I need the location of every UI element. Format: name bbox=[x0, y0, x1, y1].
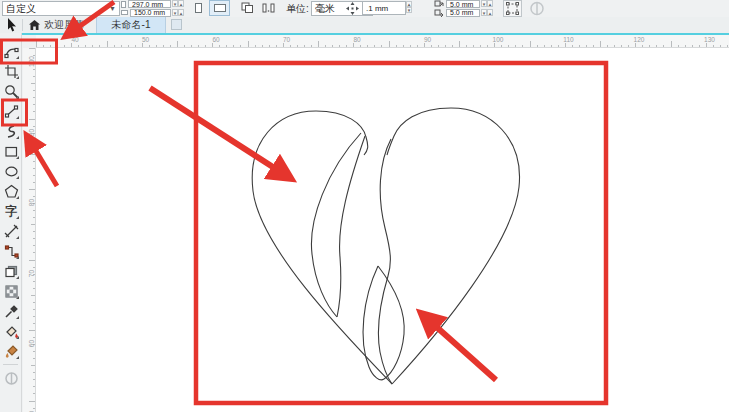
app-window: 自定义 ▼ 297.0 mm 150.0 mm ▾▴ ▾▴ bbox=[0, 0, 729, 412]
flyout-corner-icon bbox=[16, 353, 19, 359]
page-height-field[interactable]: 150.0 mm bbox=[130, 9, 171, 17]
flyout-corner-icon bbox=[16, 313, 19, 319]
duplicate-y-spinner[interactable]: ▾▴ bbox=[481, 9, 494, 17]
flyout-corner-icon bbox=[16, 253, 19, 259]
duplicate-y-icon bbox=[434, 9, 444, 17]
landscape-mini-icon bbox=[121, 10, 128, 15]
rectangle-tool[interactable] bbox=[2, 142, 20, 160]
tab-document-label: 未命名-1 bbox=[112, 18, 151, 32]
canvas[interactable] bbox=[36, 48, 729, 412]
page-preset-value: 自定义 bbox=[6, 2, 36, 16]
flyout-corner-icon bbox=[16, 133, 19, 139]
outline-tool-icon bbox=[4, 371, 19, 386]
toolbox: 字 bbox=[0, 33, 22, 412]
nudge-offset-icon bbox=[346, 2, 359, 15]
duplicate-x-field[interactable]: 5.0 mm bbox=[446, 0, 480, 8]
zoom-tool[interactable] bbox=[2, 82, 20, 100]
duplicate-y-field[interactable]: 5.0 mm bbox=[446, 9, 480, 17]
ellipse-tool[interactable] bbox=[2, 162, 20, 180]
flyout-corner-icon bbox=[16, 233, 19, 239]
duplicate-x-spinner[interactable]: ▾▴ bbox=[481, 0, 494, 8]
drop-shadow-tool[interactable] bbox=[2, 262, 20, 280]
portrait-button[interactable] bbox=[190, 0, 206, 16]
treat-as-filled-icon bbox=[506, 2, 519, 15]
tab-document[interactable]: 未命名-1 bbox=[96, 17, 166, 33]
flyout-corner-icon bbox=[16, 293, 19, 299]
page-preset-select[interactable]: 自定义 ▼ bbox=[2, 1, 120, 16]
smart-fill-tool[interactable] bbox=[2, 322, 20, 340]
flyout-corner-icon bbox=[16, 73, 19, 79]
nudge-spinner[interactable]: ▴▾ bbox=[406, 1, 412, 13]
flyout-corner-icon bbox=[16, 213, 19, 219]
page-width-field[interactable]: 297.0 mm bbox=[128, 0, 171, 8]
crop-tool[interactable] bbox=[2, 62, 20, 80]
disabled-outline-icon bbox=[529, 1, 545, 16]
flyout-corner-icon bbox=[16, 173, 19, 179]
horizontal-ruler: 405060708090100110120130 bbox=[36, 35, 729, 48]
landscape-icon bbox=[214, 4, 226, 12]
flyout-corner-icon bbox=[16, 53, 19, 59]
artistic-media-tool[interactable] bbox=[2, 122, 20, 140]
flyout-corner-icon bbox=[16, 193, 19, 199]
connector-tool[interactable] bbox=[2, 242, 20, 260]
shape-tool[interactable] bbox=[2, 42, 20, 60]
current-page-icon bbox=[262, 2, 275, 14]
flyout-corner-icon bbox=[16, 93, 19, 99]
landscape-button[interactable] bbox=[209, 0, 230, 16]
dimension-tool[interactable] bbox=[2, 222, 20, 240]
page-size-group: 297.0 mm 150.0 mm ▾▴ ▾▴ bbox=[121, 0, 185, 17]
portrait-mini-icon bbox=[121, 1, 126, 8]
units-label: 单位: bbox=[286, 0, 309, 17]
nudge-distance-field[interactable]: .1 mm bbox=[362, 1, 406, 15]
polygon-tool[interactable] bbox=[2, 182, 20, 200]
tab-bar-divider bbox=[22, 19, 23, 31]
chevron-down-icon: ▼ bbox=[109, 5, 116, 12]
tab-welcome-screen[interactable]: 欢迎屏幕 bbox=[44, 17, 84, 33]
pick-tool-icon[interactable] bbox=[6, 18, 18, 32]
document-tab-bar: 欢迎屏幕 未命名-1 bbox=[0, 17, 729, 33]
flyout-corner-icon bbox=[16, 273, 19, 279]
property-bar: 自定义 ▼ 297.0 mm 150.0 mm ▾▴ ▾▴ bbox=[0, 0, 729, 17]
flyout-corner-icon bbox=[16, 333, 19, 339]
current-page-button[interactable] bbox=[259, 0, 277, 16]
units-value: 毫米 bbox=[315, 2, 335, 16]
treat-as-filled-button[interactable] bbox=[503, 0, 522, 17]
text-tool[interactable]: 字 bbox=[2, 202, 20, 220]
vertical-ruler: 1009080706050 bbox=[23, 48, 36, 412]
toolbox-divider bbox=[3, 364, 18, 365]
page-height-spinner[interactable]: ▾▴ bbox=[172, 9, 185, 17]
duplicate-x-icon bbox=[434, 0, 444, 8]
new-document-tab-button[interactable] bbox=[171, 19, 182, 30]
flyout-corner-icon bbox=[16, 153, 19, 159]
fill-tool[interactable] bbox=[2, 342, 20, 360]
all-pages-button[interactable] bbox=[238, 0, 256, 16]
outline-tool[interactable] bbox=[2, 369, 20, 387]
portrait-icon bbox=[195, 3, 202, 13]
transparency-tool[interactable] bbox=[2, 282, 20, 300]
all-pages-icon bbox=[241, 2, 254, 14]
home-icon[interactable] bbox=[29, 20, 40, 30]
flyout-corner-icon bbox=[16, 113, 19, 119]
page-width-spinner[interactable]: ▾▴ bbox=[172, 0, 185, 8]
freehand-tool[interactable] bbox=[2, 102, 20, 120]
eyedropper-tool[interactable] bbox=[2, 302, 20, 320]
